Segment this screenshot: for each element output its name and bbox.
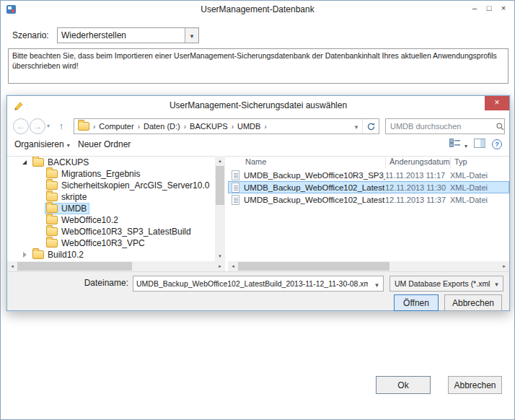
filename-input[interactable]: [133, 279, 371, 288]
scenario-select[interactable]: Wiederherstellen: [57, 27, 199, 43]
tree-item-label: skripte: [61, 192, 87, 202]
scenario-label: Szenario:: [12, 30, 49, 40]
list-horizontal-scrollbar[interactable]: [228, 261, 509, 271]
tree-item[interactable]: skripte: [7, 191, 215, 203]
main-titlebar[interactable]: UserManagement-Datenbank – □ ×: [1, 1, 514, 19]
folder-tree: BACKUPSMigrations_ErgebnisSicherheitskop…: [7, 157, 215, 261]
folder-icon: [46, 193, 58, 201]
tree-item[interactable]: WebOffice10.2: [7, 214, 215, 226]
file-dialog: UserManagement-Sicherungsdatei auswählen…: [6, 95, 510, 311]
chevron-down-icon: [465, 143, 467, 149]
tree-horizontal-scrollbar[interactable]: [7, 261, 225, 271]
dialog-cancel-button[interactable]: Abbrechen: [444, 294, 502, 311]
chevron-down-icon[interactable]: [185, 28, 198, 43]
tree-item-label: Sicherheitskopien_ArcGIS_Server10.0: [61, 180, 209, 191]
filetype-select[interactable]: UM Database Exports (*.xml): [389, 276, 503, 292]
chevron-down-icon: [490, 279, 503, 288]
minimize-button[interactable]: –: [467, 2, 482, 15]
file-modified: 11.11.2013 11:17: [385, 171, 450, 180]
expander-icon: [35, 180, 43, 191]
scroll-down-icon[interactable]: [215, 251, 225, 261]
folder-icon: [32, 250, 44, 259]
scrollbar-thumb[interactable]: [17, 262, 132, 271]
preview-pane-icon: [474, 139, 485, 148]
expander-icon[interactable]: [22, 157, 29, 168]
new-folder-button[interactable]: Neuer Ordner: [78, 139, 131, 149]
expander-icon: [35, 226, 43, 237]
tree-item[interactable]: WebOffice10R3_SP3_LatestBuild: [7, 226, 215, 237]
chevron-down-icon[interactable]: [371, 277, 383, 290]
tree-item-label: WebOffice10R3_SP3_LatestBuild: [61, 227, 191, 237]
toolbar-right-icons: [449, 138, 502, 151]
scroll-left-icon[interactable]: [7, 261, 17, 271]
notice-text: Bitte beachten Sie, dass beim Importiere…: [8, 48, 509, 84]
breadcrumb-segment[interactable]: BACKUPS: [190, 122, 237, 131]
breadcrumb-segment[interactable]: Computer: [99, 122, 144, 131]
main-window: UserManagement-Datenbank – □ × Szenario:…: [0, 0, 515, 420]
tree-item[interactable]: UMDB: [7, 203, 215, 214]
chevron-down-icon: [67, 142, 70, 149]
search-input[interactable]: [386, 122, 496, 131]
close-button[interactable]: ×: [496, 2, 511, 15]
column-header-name[interactable]: Name: [245, 157, 266, 166]
dialog-bottom-panel: Dateiname: UM Database Exports (*.xml) Ö…: [7, 271, 509, 310]
address-bar[interactable]: ComputerDaten (D:)BACKUPSUMDB: [74, 118, 379, 134]
column-header-modified[interactable]: Änderungsdatum: [389, 157, 450, 166]
file-list: UMDB_Backup_WebOffice10R3_SP3_Late...11.…: [228, 169, 509, 206]
recent-locations-dropdown-icon[interactable]: [47, 123, 50, 129]
tree-item[interactable]: WebOffice10R3_VPC: [7, 237, 215, 249]
file-row[interactable]: UMDB_Backup_WebOffice102_LatestBuil...12…: [228, 193, 509, 206]
tree-item[interactable]: Build10.2: [7, 249, 215, 261]
breadcrumb: ComputerDaten (D:)BACKUPSUMDB: [99, 122, 270, 131]
folder-icon: [46, 239, 58, 248]
scroll-right-icon[interactable]: [499, 261, 509, 271]
tree-vertical-scrollbar[interactable]: [215, 156, 225, 261]
scroll-right-icon[interactable]: [215, 261, 225, 271]
dialog-title: UserManagement-Sicherungsdatei auswählen: [7, 100, 509, 110]
tree-item[interactable]: Sicherheitskopien_ArcGIS_Server10.0: [7, 180, 215, 191]
tree-item[interactable]: Migrations_Ergebnis: [7, 168, 215, 180]
up-button[interactable]: [53, 118, 70, 134]
view-mode-button[interactable]: [449, 138, 467, 151]
breadcrumb-segment[interactable]: UMDB: [237, 122, 270, 131]
ok-button[interactable]: Ok: [376, 376, 431, 394]
xml-file-icon: [232, 183, 239, 193]
window-title: UserManagement-Datenbank: [1, 4, 514, 14]
filetype-value: UM Database Exports (*.xml): [395, 279, 490, 288]
scroll-up-icon[interactable]: [215, 156, 225, 166]
maximize-button[interactable]: □: [482, 2, 496, 15]
cancel-button[interactable]: Abbrechen: [448, 376, 502, 394]
dialog-close-button[interactable]: ×: [485, 96, 509, 110]
list-header: Name Änderungsdatum Typ: [228, 157, 509, 169]
address-dropdown-icon[interactable]: [351, 122, 362, 131]
tree-item-label: WebOffice10R3_VPC: [61, 238, 145, 248]
scrollbar-thumb[interactable]: [238, 262, 389, 271]
help-button[interactable]: [492, 139, 502, 149]
organize-button[interactable]: Organisieren: [14, 139, 70, 149]
breadcrumb-segment[interactable]: Daten (D:): [144, 122, 190, 131]
refresh-icon: [366, 122, 376, 131]
file-type: XML-Datei: [450, 183, 488, 192]
scrollbar-thumb[interactable]: [216, 166, 224, 205]
column-header-type[interactable]: Typ: [454, 157, 467, 166]
expander-icon: [35, 203, 43, 214]
tree-item-label: Migrations_Ergebnis: [61, 169, 140, 179]
tree-item[interactable]: BACKUPS: [7, 157, 215, 168]
folder-icon: [46, 204, 58, 213]
back-button[interactable]: [13, 118, 29, 134]
file-name: UMDB_Backup_WebOffice102_LatestBuil...: [244, 196, 385, 204]
folder-icon: [32, 158, 44, 167]
open-button[interactable]: Öffnen: [394, 294, 439, 311]
xml-file-icon: [232, 170, 239, 180]
dialog-titlebar[interactable]: UserManagement-Sicherungsdatei auswählen…: [7, 96, 509, 115]
scroll-left-icon[interactable]: [228, 261, 238, 271]
file-row[interactable]: UMDB_Backup_WebOffice10R3_SP3_Late...11.…: [228, 169, 509, 181]
preview-pane-button[interactable]: [474, 138, 485, 151]
expander-icon[interactable]: [22, 249, 29, 261]
caption-buttons: – □ ×: [467, 2, 511, 15]
forward-button[interactable]: [30, 118, 45, 134]
refresh-button[interactable]: [362, 119, 379, 134]
file-row[interactable]: UMDB_Backup_WebOffice102_LatestBuil...12…: [228, 181, 509, 193]
search-icon[interactable]: [496, 122, 505, 131]
expander-icon: [35, 191, 43, 203]
